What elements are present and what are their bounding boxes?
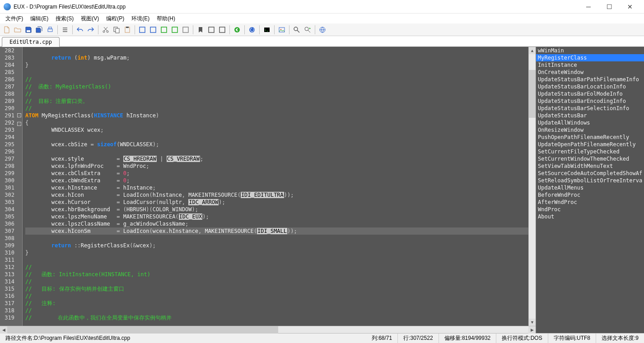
fold-column[interactable]: -- xyxy=(16,47,23,326)
maximize-button[interactable]: ☐ xyxy=(599,0,620,14)
svg-point-3 xyxy=(103,31,105,32)
refresh-icon[interactable] xyxy=(247,25,257,35)
indent-left-icon[interactable] xyxy=(137,25,147,35)
statusbar: 路径文件名:D:\Program Files\EUX\test\EditUltr… xyxy=(0,333,644,343)
menubar: 文件(F)编辑(E)搜索(S)视图(V)编程(P)环境(E)帮助(H) xyxy=(0,14,644,23)
symbol-item[interactable]: UpdateStatusBarEncodingInfo xyxy=(536,97,644,105)
symbol-item[interactable]: AfterWndProc xyxy=(536,199,644,206)
symbol-item[interactable]: SetReloadSymbolListOrTreeInterva xyxy=(536,177,644,184)
menu-0[interactable]: 文件(F) xyxy=(2,14,27,23)
new-file-icon[interactable] xyxy=(2,25,12,35)
code-area[interactable]: 2822832842852862872882892902912922932942… xyxy=(0,47,536,326)
symbol-item[interactable]: InitInstance xyxy=(536,61,644,69)
symbol-item[interactable]: SetCurrentFileTypeChecked xyxy=(536,148,644,155)
paste-icon[interactable] xyxy=(122,25,132,35)
symbol-list-panel[interactable]: wWinMainMyRegisterClassInitInstanceOnCre… xyxy=(536,47,644,333)
symbol-item[interactable]: UpdateAllMenus xyxy=(536,184,644,191)
next-bookmark-icon[interactable] xyxy=(217,25,227,35)
bookmark-icon[interactable] xyxy=(196,25,205,35)
symbol-item[interactable]: SetSourceCodeAutoCompletedShowAf xyxy=(536,170,644,177)
svg-point-16 xyxy=(234,27,240,32)
horizontal-scrollbar[interactable]: ◀ ▶ xyxy=(0,326,536,333)
close-button[interactable]: ✕ xyxy=(620,0,640,14)
symbol-item[interactable]: wWinMain xyxy=(536,47,644,54)
symbol-item[interactable]: OnCreateWindow xyxy=(536,69,644,76)
symbol-item[interactable]: SetViewTabWidthMenuText xyxy=(536,162,644,170)
indent-right-icon[interactable] xyxy=(148,25,158,35)
line-number-gutter: 2822832842852862872882892902912922932942… xyxy=(0,47,16,326)
print-icon[interactable] xyxy=(45,25,55,35)
window-title: EUX - D:\Program Files\EUX\test\EditUltr… xyxy=(14,4,578,10)
code-text[interactable]: return (int) msg.wParam;} //// 函数: MyReg… xyxy=(23,47,528,326)
list-icon[interactable] xyxy=(60,25,70,35)
svg-rect-0 xyxy=(27,30,30,32)
svg-rect-1 xyxy=(48,29,52,32)
symbol-item[interactable]: WndProc xyxy=(536,206,644,213)
svg-rect-19 xyxy=(279,28,285,32)
svg-rect-10 xyxy=(150,27,156,32)
svg-rect-11 xyxy=(161,27,167,32)
svg-rect-14 xyxy=(209,27,214,32)
status-offset: 偏移量:8194/99932 xyxy=(439,334,497,343)
undo-icon[interactable] xyxy=(75,25,85,35)
symbol-item[interactable]: UpdateStatusBarSelectionInfo xyxy=(536,105,644,112)
menu-5[interactable]: 环境(E) xyxy=(128,14,153,23)
svg-rect-9 xyxy=(140,27,145,32)
scroll-right-icon[interactable]: ▶ xyxy=(528,326,536,334)
back-icon[interactable] xyxy=(232,25,242,35)
svg-rect-6 xyxy=(116,28,119,33)
find-next-icon[interactable] xyxy=(303,25,313,35)
menu-2[interactable]: 搜索(S) xyxy=(52,14,77,23)
tabbar: EditUltra.cpp xyxy=(0,36,644,47)
scroll-up-icon[interactable]: ▲ xyxy=(529,47,536,54)
open-file-icon[interactable] xyxy=(13,25,23,35)
status-encoding: 字符编码:UTF8 xyxy=(548,334,596,343)
scroll-left-icon[interactable]: ◀ xyxy=(0,326,7,334)
menu-4[interactable]: 编程(P) xyxy=(103,14,128,23)
symbol-item[interactable]: UpdateStatusBarEolModeInfo xyxy=(536,90,644,97)
symbol-item[interactable]: UpdateStatusBarPathFilenameInfo xyxy=(536,76,644,83)
app-icon xyxy=(4,3,11,10)
svg-point-4 xyxy=(107,31,108,32)
status-line: 行:307/2522 xyxy=(398,334,439,343)
symbol-item[interactable]: About xyxy=(536,213,644,220)
copy-icon[interactable] xyxy=(112,25,121,35)
vscroll-thumb[interactable] xyxy=(529,70,536,117)
symbol-item[interactable]: OnResizeWindow xyxy=(536,126,644,134)
symbol-item[interactable]: PushOpenPathFilenameRecently xyxy=(536,134,644,141)
globe-icon[interactable] xyxy=(317,25,327,35)
minimize-button[interactable]: ─ xyxy=(578,0,599,14)
menu-6[interactable]: 帮助(H) xyxy=(153,14,179,23)
sort-asc-icon[interactable] xyxy=(159,25,169,35)
svg-rect-12 xyxy=(172,27,177,32)
titlebar: EUX - D:\Program Files\EUX\test\EditUltr… xyxy=(0,0,644,14)
terminal-icon[interactable] xyxy=(262,25,272,35)
cut-icon[interactable] xyxy=(101,25,111,35)
save-all-icon[interactable] xyxy=(34,25,44,35)
symbol-item[interactable]: UpdateStatusBarLocationInfo xyxy=(536,83,644,90)
prev-bookmark-icon[interactable] xyxy=(206,25,216,35)
image-icon[interactable] xyxy=(277,25,287,35)
symbol-item[interactable]: UpdateStatusBar xyxy=(536,112,644,119)
symbol-item[interactable]: UpdateOpenPathFilenameRecently xyxy=(536,141,644,148)
hscroll-thumb[interactable] xyxy=(7,326,278,334)
find-icon[interactable] xyxy=(292,25,302,35)
menu-1[interactable]: 编辑(E) xyxy=(27,14,52,23)
symbol-item[interactable]: UpdateAllWindows xyxy=(536,119,644,126)
svg-point-22 xyxy=(305,27,308,31)
scroll-down-icon[interactable]: ▼ xyxy=(529,319,536,326)
sort-desc-icon[interactable] xyxy=(170,25,180,35)
toolbar xyxy=(0,23,644,36)
save-icon[interactable] xyxy=(23,25,33,35)
vertical-scrollbar[interactable]: ▲ ▼ xyxy=(528,47,536,326)
menu-3[interactable]: 视图(V) xyxy=(77,14,103,23)
svg-rect-8 xyxy=(126,27,129,28)
symbol-item[interactable]: BeforeWndProc xyxy=(536,191,644,199)
symbol-item[interactable]: SetCurrentWindowThemeChecked xyxy=(536,155,644,162)
file-tab[interactable]: EditUltra.cpp xyxy=(2,37,60,47)
editor-panel: 2822832842852862872882892902912922932942… xyxy=(0,47,536,333)
grid-icon[interactable] xyxy=(181,25,191,35)
symbol-item[interactable]: MyRegisterClass xyxy=(536,54,644,61)
redo-icon[interactable] xyxy=(86,25,96,35)
status-eol: 换行符模式:DOS xyxy=(496,334,548,343)
